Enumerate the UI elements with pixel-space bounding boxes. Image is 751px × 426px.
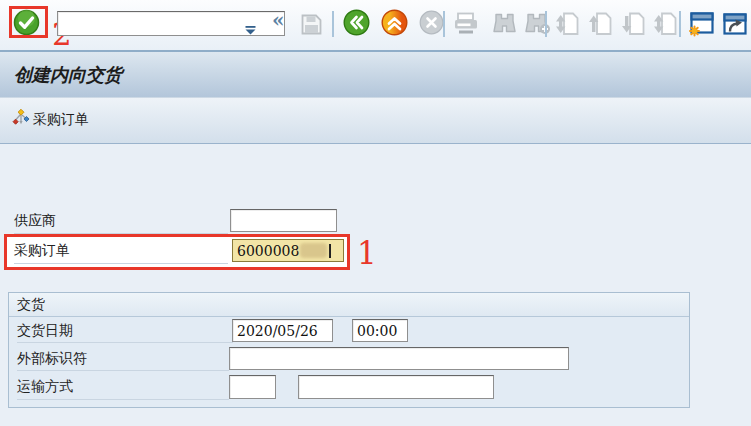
purchase-order-value: 6000008 xyxy=(237,243,299,259)
vendor-input[interactable] xyxy=(230,209,337,232)
print-icon xyxy=(452,24,480,39)
delivery-date-label: 交货日期 xyxy=(17,322,233,343)
transport-description-input[interactable] xyxy=(298,375,494,399)
cancel-button[interactable] xyxy=(419,10,444,38)
purchase-orders-button-label: 采购订单 xyxy=(33,111,89,129)
last-page-icon xyxy=(652,25,678,40)
delivery-group-box: 交货 交货日期 外部标识符 运输方式 xyxy=(8,292,690,408)
text-cursor xyxy=(329,244,331,258)
page-title: 创建内向交货 xyxy=(14,63,122,87)
command-dropdown-icon[interactable] xyxy=(245,20,256,39)
first-page-button[interactable] xyxy=(554,11,580,40)
toolbar-separator xyxy=(679,11,681,37)
cancel-icon xyxy=(419,23,444,38)
purchase-orders-icon xyxy=(12,109,30,130)
delivery-date-input[interactable] xyxy=(232,319,333,342)
save-icon xyxy=(300,24,323,39)
exit-button[interactable] xyxy=(381,9,408,39)
back-icon xyxy=(343,24,370,39)
application-toolbar: 采购订单 xyxy=(0,98,751,144)
next-page-icon xyxy=(620,25,646,40)
toolbar-separator xyxy=(443,11,445,37)
redacted-digits xyxy=(300,243,327,258)
save-button[interactable] xyxy=(300,13,323,39)
transport-mode-label: 运输方式 xyxy=(17,378,229,400)
system-toolbar: 2 « xyxy=(0,0,751,52)
find-button[interactable] xyxy=(492,12,517,37)
toolbar-separator xyxy=(332,11,334,37)
last-page-button[interactable] xyxy=(652,11,678,40)
next-page-button[interactable] xyxy=(620,11,646,40)
create-shortcut-icon xyxy=(722,24,748,39)
previous-page-icon xyxy=(587,25,613,40)
delivery-time-input[interactable] xyxy=(352,319,408,342)
create-shortcut-button[interactable] xyxy=(722,12,748,39)
annotation-box-step2 xyxy=(9,6,48,38)
transport-code-input[interactable] xyxy=(229,375,276,399)
external-id-input[interactable] xyxy=(229,347,569,370)
form-area: 供应商 采购订单 6000008 1 交货 交货日期 外部标识符 运输方式 xyxy=(0,143,751,426)
new-session-icon xyxy=(687,25,715,40)
back-button[interactable] xyxy=(343,9,370,39)
title-bar: 创建内向交货 xyxy=(0,52,751,98)
annotation-number-1: 1 xyxy=(357,238,377,269)
collapse-toolbar-icon[interactable]: « xyxy=(272,10,285,30)
new-session-button[interactable] xyxy=(687,11,715,40)
find-icon xyxy=(492,22,517,37)
exit-icon xyxy=(381,24,408,39)
purchase-orders-button[interactable]: 采购订单 xyxy=(6,106,95,133)
purchase-order-input[interactable]: 6000008 xyxy=(232,239,344,262)
delivery-group-title: 交货 xyxy=(17,296,45,314)
vendor-label: 供应商 xyxy=(14,212,228,234)
delivery-group-header: 交货 xyxy=(9,293,689,317)
purchase-order-label: 采购订单 xyxy=(14,242,228,264)
toolbar-separator xyxy=(545,11,547,37)
print-button[interactable] xyxy=(452,12,480,39)
previous-page-button[interactable] xyxy=(587,11,613,40)
first-page-icon xyxy=(554,25,580,40)
external-id-label: 外部标识符 xyxy=(17,350,229,371)
